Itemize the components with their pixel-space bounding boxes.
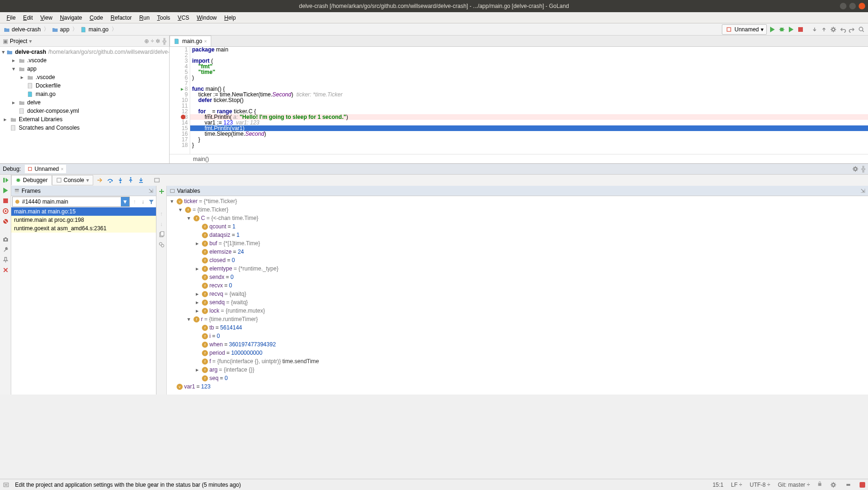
menu-code[interactable]: Code: [87, 14, 106, 22]
code-line[interactable]: }: [190, 142, 868, 148]
tree-item[interactable]: ▸.vscode: [0, 56, 169, 65]
next-frame-button[interactable]: ↓: [139, 198, 147, 205]
evaluate-button[interactable]: [153, 176, 161, 184]
breadcrumb-item[interactable]: main.go: [80, 26, 110, 33]
debug-button[interactable]: [778, 26, 786, 33]
restore-icon[interactable]: ⇲: [861, 188, 865, 194]
variable-row[interactable]: f tb = 5614144: [167, 323, 868, 332]
editor-breadcrumb[interactable]: main(): [170, 154, 868, 163]
menu-tools[interactable]: Tools: [154, 14, 173, 22]
run-config-selector[interactable]: Unnamed ▾: [722, 24, 767, 35]
variable-row[interactable]: f dataqsiz = 1: [167, 231, 868, 239]
variable-row[interactable]: ▸f sendq = {waitq}: [167, 298, 868, 307]
mute-breakpoints-button[interactable]: [2, 218, 9, 225]
variable-row[interactable]: f sendx = 0: [167, 273, 868, 281]
prev-frame-button[interactable]: ↑: [131, 198, 138, 205]
code-line[interactable]: package main: [190, 47, 868, 52]
variable-row[interactable]: f seq = 0: [167, 374, 868, 382]
code-line[interactable]: fmt.Println( a: "Hello! I'm going to sle…: [190, 114, 868, 120]
new-watch-button[interactable]: [158, 188, 165, 195]
code-line[interactable]: ticker := time.NewTicker(time.Second) ti…: [190, 92, 868, 97]
encoding[interactable]: UTF-8 ÷: [749, 482, 770, 488]
caret-position[interactable]: 15:1: [712, 482, 723, 488]
debug-session-tab[interactable]: Unnamed ×: [25, 165, 66, 173]
hide-icon[interactable]: ╬: [861, 166, 865, 172]
redo-button[interactable]: [848, 26, 856, 33]
hide-icon[interactable]: ╬: [162, 38, 166, 44]
menu-refactor[interactable]: Refactor: [108, 14, 134, 22]
code-line[interactable]: }: [190, 137, 868, 142]
code-line[interactable]: [190, 103, 868, 109]
lock-icon[interactable]: [817, 481, 822, 488]
close-button[interactable]: [859, 3, 865, 9]
filter-button[interactable]: [148, 198, 155, 205]
project-view-selector[interactable]: ▣ Project ▾: [3, 38, 32, 44]
code-area[interactable]: package main import ( "fmt" "time") func…: [190, 47, 868, 154]
caret-icon[interactable]: ▾: [187, 215, 192, 221]
variable-row[interactable]: f f = {func(interface {}, uintptr)} time…: [167, 357, 868, 366]
breadcrumb-item[interactable]: delve-crash: [3, 26, 42, 33]
variable-row[interactable]: ▸f lock = {runtime.mutex}: [167, 307, 868, 315]
collapse-icon[interactable]: ÷: [151, 38, 154, 44]
maximize-button[interactable]: [849, 3, 856, 9]
menu-file[interactable]: File: [4, 14, 18, 22]
gear-icon[interactable]: [852, 165, 859, 173]
caret-icon[interactable]: ▾: [2, 49, 5, 55]
menu-navigate[interactable]: Navigate: [57, 14, 85, 22]
run-gutter-icon[interactable]: ▸: [181, 86, 184, 92]
layout-button[interactable]: [2, 235, 9, 243]
tree-root[interactable]: ▾ delve-crash /home/arkan/go/src/github.…: [0, 48, 169, 56]
caret-icon[interactable]: ▾: [171, 198, 175, 205]
minimize-button[interactable]: [840, 3, 846, 9]
caret-icon[interactable]: ▸: [196, 299, 200, 306]
update-button[interactable]: [811, 26, 818, 33]
gutter[interactable]: 123456789101112131415161718▸: [170, 47, 190, 154]
notification-icon[interactable]: [860, 482, 865, 488]
step-over-button[interactable]: [106, 176, 114, 184]
pin-button[interactable]: [2, 256, 9, 263]
code-line[interactable]: "time": [190, 69, 868, 75]
menu-vcs[interactable]: VCS: [175, 14, 192, 22]
tree-item[interactable]: ▸.vscode: [0, 73, 169, 81]
git-branch[interactable]: Git: master ÷: [778, 482, 810, 488]
tree-item[interactable]: Scratches and Consoles: [0, 124, 169, 132]
variable-row[interactable]: f qcount = 1: [167, 222, 868, 231]
menu-run[interactable]: Run: [136, 14, 152, 22]
variable-row[interactable]: ▾f C = {<-chan time.Time}: [167, 214, 868, 222]
commit-button[interactable]: [820, 26, 828, 33]
target-icon[interactable]: ⊕: [144, 38, 149, 44]
variable-row[interactable]: f when = 360197477394392: [167, 340, 868, 349]
code-line[interactable]: [190, 52, 868, 58]
editor-tab-main-go[interactable]: main.go ×: [170, 36, 211, 46]
variable-row[interactable]: f i = 0: [167, 332, 868, 340]
frame-stack[interactable]: main.main at main.go:15runtime.main at p…: [11, 207, 156, 395]
code-line[interactable]: import (: [190, 58, 868, 64]
line-ending[interactable]: LF ÷: [731, 482, 742, 488]
thread-combo[interactable]: #14440 main.main ▼: [12, 197, 130, 207]
caret-icon[interactable]: ▸: [196, 240, 200, 247]
variable-row[interactable]: f closed = 0: [167, 256, 868, 264]
tree-item[interactable]: Dockerfile: [0, 81, 169, 90]
caret-icon[interactable]: ▸: [196, 307, 200, 314]
variable-row[interactable]: ▾f r = {time.runtimeTimer}: [167, 315, 868, 323]
variable-row[interactable]: ▾v ticker = {*time.Ticker}: [167, 197, 868, 205]
code-line[interactable]: time.Sleep(time.Second): [190, 131, 868, 137]
stop-button[interactable]: [2, 197, 9, 205]
restore-icon[interactable]: ⇲: [148, 188, 153, 194]
close-button[interactable]: [2, 266, 9, 274]
menu-help[interactable]: Help: [222, 14, 239, 22]
code-line[interactable]: fmt.Println(var1): [190, 125, 868, 131]
step-into-button[interactable]: [117, 176, 124, 184]
undo-button[interactable]: [839, 26, 846, 33]
caret-icon[interactable]: ▸: [12, 57, 17, 64]
variable-row[interactable]: ▸f arg = {interface {}}: [167, 366, 868, 374]
caret-icon[interactable]: ▾: [12, 66, 17, 72]
memory-icon[interactable]: [845, 481, 852, 489]
stack-frame[interactable]: main.main at main.go:15: [11, 207, 156, 216]
history-button[interactable]: [830, 26, 837, 33]
menu-edit[interactable]: Edit: [20, 14, 36, 22]
tab-debugger[interactable]: Debugger: [11, 175, 52, 185]
stack-frame[interactable]: runtime.main at proc.go:198: [11, 216, 156, 224]
up-stack-button[interactable]: ↑: [158, 210, 165, 218]
caret-icon[interactable]: ▸: [196, 265, 200, 272]
